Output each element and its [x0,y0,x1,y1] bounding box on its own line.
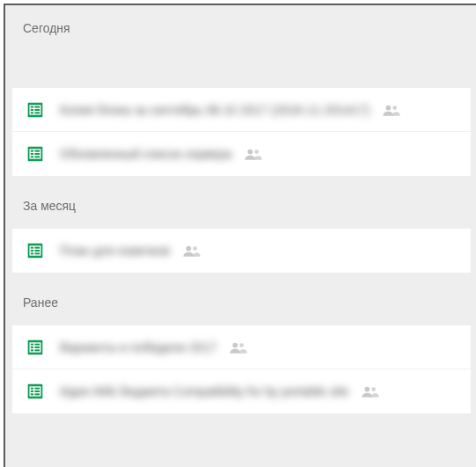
section-header-label: За месяц [23,199,76,213]
list-item[interactable]: Обновленный список сервера [12,132,471,176]
shared-icon [182,244,201,257]
sheets-icon [26,383,44,400]
section-header-earlier: Ранее [12,273,471,325]
sheets-icon [26,101,44,119]
section-header-label: Сегодня [23,21,70,35]
list-month: План для новичков [12,229,471,273]
shared-icon [382,104,401,116]
section-header-month: За месяц [12,176,471,229]
document-list-container: Сегодня Копия блока за сентябрь 08.10 20… [5,5,476,467]
sheets-icon [26,339,44,356]
section-header-label: Ранее [23,296,58,310]
list-earlier: Варианты и победили 2017 Идеи Wiki бюдже… [12,325,471,413]
doc-title: План для новичков [60,244,170,258]
doc-title: Варианты и победили 2017 [60,340,216,354]
sheets-icon [26,145,44,163]
section-header-today: Сегодня [12,5,471,88]
list-today: Копия блока за сентябрь 08.10 2017 (2016… [12,88,471,176]
shared-icon [361,385,380,398]
list-item[interactable]: Копия блока за сентябрь 08.10 2017 (2016… [12,88,471,132]
list-item[interactable]: Идеи Wiki бюджета Compatibility for by p… [12,369,471,413]
doc-title: Идеи Wiki бюджета Compatibility for by p… [60,384,348,398]
doc-title: Обновленный список сервера [60,147,231,161]
list-item[interactable]: Варианты и победили 2017 [12,325,471,369]
doc-title: Копия блока за сентябрь 08.10 2017 (2016… [60,103,370,117]
shared-icon [244,148,263,160]
shared-icon [229,341,248,354]
list-item[interactable]: План для новичков [12,229,471,273]
sheets-icon [26,242,44,259]
app-frame: Сегодня Копия блока за сентябрь 08.10 20… [4,4,476,467]
